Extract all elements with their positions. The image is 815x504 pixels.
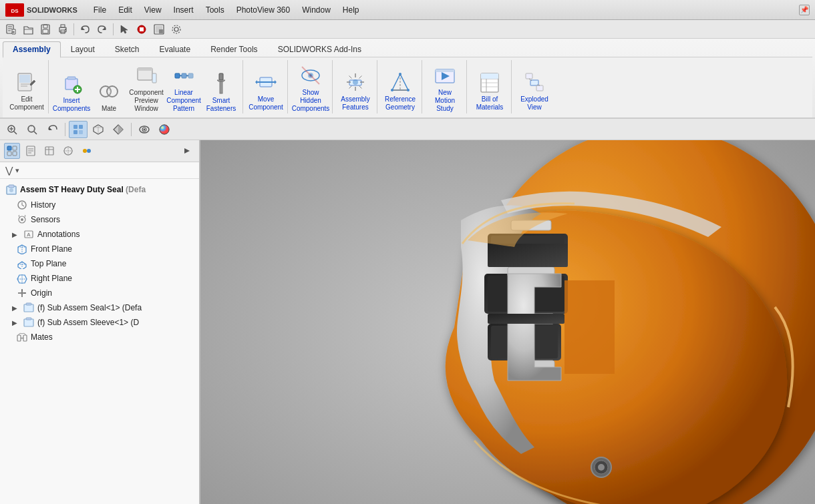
annotations-label: Annotations <box>37 230 79 239</box>
assembly-features-btn[interactable]: AssemblyFeatures <box>338 67 373 113</box>
assembly-root-item[interactable]: Assem ST Heavy Duty Seal (Defa <box>0 182 199 198</box>
undo-btn[interactable] <box>77 22 93 37</box>
sub-assem-sleeve-item[interactable]: ▶ (f) Sub Assem Sleeve<1> (D <box>0 315 199 330</box>
mates-item[interactable]: Mates <box>0 330 199 344</box>
svg-rect-27 <box>19 75 30 83</box>
new-motion-group: NewMotionStudy <box>424 60 467 113</box>
menu-item-help[interactable]: Help <box>337 4 365 16</box>
print-btn[interactable] <box>55 22 71 37</box>
hide-show-btn[interactable] <box>135 121 154 138</box>
svg-point-109 <box>87 149 91 153</box>
menu-item-view[interactable]: View <box>139 4 167 16</box>
mate-btn[interactable]: Mate <box>92 75 126 115</box>
menu-item-file[interactable]: File <box>88 4 112 16</box>
menu-item-tools[interactable]: Tools <box>200 4 230 16</box>
linear-pattern-btn[interactable]: Linear ComponentPattern <box>166 60 201 115</box>
zoom-area-btn[interactable] <box>23 121 41 138</box>
ribbon-tab-solidworks-add-ins[interactable]: SOLIDWORKS Add-Ins <box>268 41 371 57</box>
expand-sidebar-btn[interactable] <box>179 143 195 159</box>
window-btn[interactable] <box>151 22 167 37</box>
insert-items: InsertComponents Mate ComponentPreviewWi… <box>54 60 238 115</box>
move-component-btn[interactable]: MoveComponent <box>249 67 283 113</box>
history-label: History <box>31 200 55 210</box>
top-plane-item[interactable]: Top Plane <box>0 256 199 271</box>
sub-assem-sleeve-label: (f) Sub Assem Sleeve<1> (D <box>37 318 139 327</box>
svg-rect-42 <box>188 73 193 78</box>
svg-rect-40 <box>175 73 180 78</box>
svg-point-58 <box>391 89 393 91</box>
annotations-expander[interactable]: ▶ <box>12 231 20 238</box>
appearance-btn[interactable] <box>155 121 174 138</box>
reference-geometry-btn[interactable]: ReferenceGeometry <box>383 67 418 113</box>
exploded-view-btn[interactable]: ExplodedView <box>517 67 552 113</box>
menu-item-edit[interactable]: Edit <box>113 4 138 16</box>
right-plane-item[interactable]: Right Plane <box>0 271 199 286</box>
qat-sep-2 <box>113 23 114 35</box>
component-preview-btn[interactable]: ComponentPreviewWindow <box>129 60 164 115</box>
svg-rect-95 <box>13 146 17 150</box>
svg-rect-150 <box>488 314 564 324</box>
view-orientation-btn[interactable] <box>89 121 108 138</box>
ribbon-tab-sketch[interactable]: Sketch <box>105 41 150 57</box>
insert-components-btn[interactable]: InsertComponents <box>54 68 89 115</box>
pin-button[interactable]: 📌 <box>799 5 810 15</box>
svg-rect-20 <box>140 27 144 31</box>
filter-bar: ⋁ ▾ <box>0 162 199 179</box>
sensors-label: Sensors <box>31 215 60 224</box>
dim-expert-btn[interactable] <box>60 143 76 159</box>
sub-assem-seal-item[interactable]: ▶ (f) Sub Assem Seal<1> (Defa <box>0 300 199 315</box>
svg-point-93 <box>160 125 169 134</box>
standard-views-btn[interactable] <box>69 121 88 138</box>
svg-rect-11 <box>43 29 48 33</box>
ribbon-tab-render-tools[interactable]: Render Tools <box>200 41 268 57</box>
display-pane-btn[interactable] <box>79 143 95 159</box>
bom-btn[interactable]: Bill ofMaterials <box>472 67 507 113</box>
front-plane-label: Front Plane <box>31 244 72 254</box>
display-style-btn[interactable] <box>109 121 128 138</box>
svg-rect-149 <box>488 244 568 267</box>
svg-point-55 <box>353 79 358 85</box>
filter-icon[interactable]: ⋁ <box>5 165 13 176</box>
sensors-item[interactable]: Sensors <box>0 212 199 227</box>
ribbon-tab-layout[interactable]: Layout <box>61 41 105 57</box>
new-btn[interactable] <box>3 22 19 37</box>
show-hidden-group: ShowHiddenComponents <box>289 60 333 113</box>
zoom-fit-btn[interactable] <box>3 121 21 138</box>
main-area: ⋁ ▾ Assem ST Heavy Duty Seal (Defa Histo… <box>0 140 815 504</box>
menu-item-insert[interactable]: Insert <box>168 4 199 16</box>
ribbon-tab-assembly[interactable]: Assembly <box>3 41 61 58</box>
menu-item-window[interactable]: Window <box>297 4 336 16</box>
svg-rect-112 <box>9 185 14 188</box>
stop-btn[interactable] <box>134 22 150 37</box>
show-hidden-btn[interactable]: ShowHiddenComponents <box>293 60 328 115</box>
new-motion-items: NewMotionStudy <box>428 60 462 115</box>
annotations-item[interactable]: ▶ A Annotations <box>0 227 199 242</box>
new-motion-btn[interactable]: NewMotionStudy <box>428 60 462 115</box>
origin-item[interactable]: Origin <box>0 286 199 300</box>
edit-component-btn[interactable]: EditComponent <box>9 67 44 113</box>
smart-fasteners-btn[interactable]: SmartFasteners <box>204 68 238 115</box>
menu-item-photoview-360[interactable]: PhotoView 360 <box>231 4 296 16</box>
redo-btn[interactable] <box>94 22 110 37</box>
select-btn[interactable] <box>116 22 132 37</box>
svg-point-153 <box>598 464 605 471</box>
config-manager-btn[interactable] <box>41 143 57 159</box>
bom-group: Bill ofMaterials <box>468 60 512 113</box>
previous-view-btn[interactable] <box>43 121 61 138</box>
insert-group: InsertComponents Mate ComponentPreviewWi… <box>50 60 243 113</box>
origin-icon <box>16 287 28 299</box>
settings-btn[interactable] <box>168 22 184 37</box>
sub-assem-sleeve-expander[interactable]: ▶ <box>12 319 20 326</box>
svg-point-91 <box>144 128 146 130</box>
viewport[interactable] <box>200 140 815 504</box>
sub-assem-seal-icon <box>23 302 35 314</box>
svg-text:DS: DS <box>11 8 19 14</box>
ribbon-tab-evaluate[interactable]: Evaluate <box>149 41 200 57</box>
property-manager-btn[interactable] <box>23 143 39 159</box>
sub-assem-seal-expander[interactable]: ▶ <box>12 304 20 312</box>
front-plane-item[interactable]: Front Plane <box>0 242 199 256</box>
feature-tree-btn[interactable] <box>4 143 20 159</box>
open-btn[interactable] <box>20 22 36 37</box>
history-item[interactable]: History <box>0 198 199 212</box>
save-btn[interactable] <box>37 22 53 37</box>
